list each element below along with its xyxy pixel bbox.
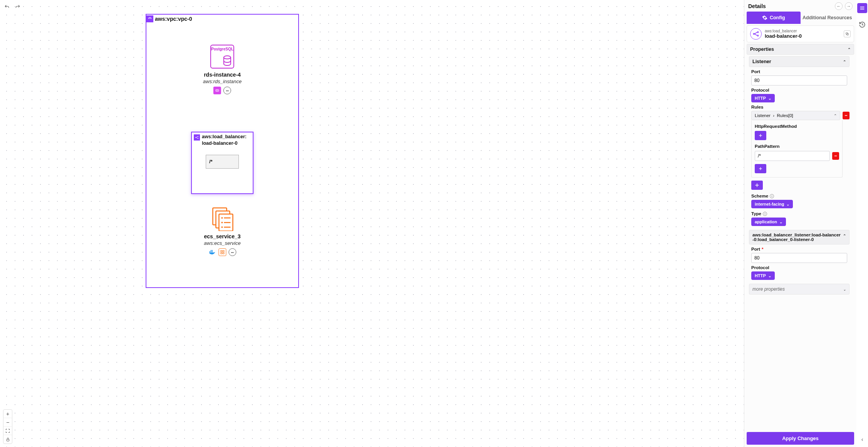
svg-rect-22 xyxy=(221,251,222,252)
tab-config[interactable]: Config xyxy=(747,12,801,24)
http-request-method-label: HttpRequestMethod xyxy=(755,124,839,129)
vpc-label: aws:vpc:vpc-0 xyxy=(153,16,192,22)
rules-label: Rules xyxy=(751,105,852,109)
listener-res-port-label: Port * xyxy=(751,247,852,251)
chevron-down-icon: ⌄ xyxy=(768,274,771,278)
svg-rect-19 xyxy=(212,251,212,252)
add-rule-button[interactable] xyxy=(751,181,763,190)
load-balancer-title: aws:load_balancer: load-balancer-0 xyxy=(200,134,247,147)
svg-point-6 xyxy=(198,136,198,137)
svg-point-28 xyxy=(757,35,759,36)
svg-rect-21 xyxy=(212,250,212,251)
chevron-up-icon: ⌃ xyxy=(848,47,851,52)
svg-rect-18 xyxy=(210,251,211,252)
info-icon[interactable]: i xyxy=(770,194,774,198)
vpc-container[interactable]: aws:vpc:vpc-0 PostgreSQL rds-instance-4 … xyxy=(146,14,299,288)
svg-point-5 xyxy=(195,137,196,138)
ecs-sub-icon-2[interactable] xyxy=(218,248,226,256)
details-title: Details xyxy=(748,3,766,9)
rds-type: aws:rds_instance xyxy=(203,79,242,84)
listener-protocol-label: Protocol xyxy=(751,88,852,92)
more-properties-toggle[interactable]: more properties ⌄ xyxy=(749,284,850,295)
svg-rect-0 xyxy=(7,439,9,441)
rule-breadcrumb[interactable]: Listener › Rules[0] ⌃ xyxy=(751,111,840,120)
copy-id-button[interactable] xyxy=(844,30,851,37)
load-balancer-node[interactable]: aws:load_balancer: load-balancer-0 /* xyxy=(191,132,254,194)
rds-node[interactable]: PostgreSQL rds-instance-4 aws:rds_instan… xyxy=(203,45,242,94)
lock-button[interactable] xyxy=(3,435,12,444)
svg-rect-31 xyxy=(845,115,848,116)
path-pattern-label: PathPattern xyxy=(755,144,839,149)
load-balancer-icon xyxy=(194,134,200,141)
selected-type: aws:load_balancer xyxy=(765,29,841,33)
svg-point-13 xyxy=(221,222,223,223)
ecs-name: ecs_service_3 xyxy=(204,233,240,239)
svg-point-1 xyxy=(224,56,231,59)
rds-sub-icon-1[interactable] xyxy=(213,87,221,94)
chevron-down-icon: ⌄ xyxy=(786,202,789,206)
rds-engine-label: PostgreSQL xyxy=(211,47,233,51)
path-pattern-input[interactable] xyxy=(755,151,830,161)
rds-more-button[interactable]: ••• xyxy=(223,87,231,94)
collapse-panel-button[interactable]: ‹ xyxy=(858,435,866,443)
svg-point-26 xyxy=(753,33,754,35)
rds-name: rds-instance-4 xyxy=(203,72,242,78)
remove-path-pattern-button[interactable] xyxy=(832,152,839,160)
svg-rect-25 xyxy=(223,253,224,254)
tab-additional-resources[interactable]: Additional Resources xyxy=(801,12,855,24)
undo-button[interactable] xyxy=(3,3,11,11)
properties-header[interactable]: Properties ⌃ xyxy=(747,44,854,55)
chevron-up-icon: ⌃ xyxy=(843,60,846,64)
vpc-icon xyxy=(146,15,153,22)
selected-resource-row: aws:load_balancer load-balancer-0 xyxy=(747,25,854,42)
listener-header[interactable]: Listener ⌃ xyxy=(749,56,850,67)
redo-button[interactable] xyxy=(14,3,22,11)
zoom-out-button[interactable]: − xyxy=(3,418,12,427)
chevron-down-icon: ⌄ xyxy=(843,287,846,291)
type-select[interactable]: application⌄ xyxy=(751,218,786,226)
svg-rect-24 xyxy=(221,253,222,254)
svg-rect-17 xyxy=(209,251,210,252)
scheme-select[interactable]: internet-facing⌄ xyxy=(751,200,793,208)
next-resource-button[interactable]: → xyxy=(845,2,853,10)
details-panel: Details ← → Config Additional Resources … xyxy=(744,0,856,447)
ecs-icon xyxy=(211,206,233,231)
history-button[interactable] xyxy=(858,21,866,28)
scheme-label: Schemei xyxy=(751,194,852,198)
canvas-area[interactable]: + − aws:vpc:vpc-0 PostgreSQL xyxy=(0,0,744,447)
docker-icon[interactable] xyxy=(208,248,216,256)
load-balancer-pattern[interactable]: /* xyxy=(206,155,239,169)
add-path-pattern-button[interactable] xyxy=(755,164,766,173)
listener-resource-header[interactable]: aws:load_balancer_listener:load-balancer… xyxy=(749,230,850,244)
listener-res-port-input[interactable] xyxy=(751,253,847,263)
right-rail: ‹ xyxy=(856,0,868,447)
svg-point-15 xyxy=(221,226,223,228)
chevron-up-icon: ⌃ xyxy=(834,114,837,118)
listener-res-protocol-select[interactable]: HTTP⌄ xyxy=(751,271,775,280)
chevron-down-icon: ⌄ xyxy=(779,220,782,224)
svg-rect-20 xyxy=(210,250,211,251)
svg-point-3 xyxy=(217,90,217,91)
ecs-more-button[interactable]: ••• xyxy=(228,248,236,256)
listener-port-input[interactable] xyxy=(751,75,847,85)
type-label: Typei xyxy=(751,211,852,216)
apply-changes-button[interactable]: Apply Changes xyxy=(747,432,854,445)
selected-resource-icon xyxy=(750,28,762,40)
listener-res-protocol-label: Protocol xyxy=(751,265,852,270)
fit-view-button[interactable] xyxy=(3,427,12,435)
info-icon[interactable]: i xyxy=(763,212,767,216)
ecs-type: aws:ecs_service xyxy=(204,240,240,246)
menu-button[interactable] xyxy=(857,3,867,13)
remove-rule-button[interactable] xyxy=(843,112,850,119)
svg-point-27 xyxy=(757,32,759,33)
prev-resource-button[interactable]: ← xyxy=(835,2,843,10)
svg-rect-32 xyxy=(834,156,837,156)
chevron-up-icon: ⌃ xyxy=(843,234,846,238)
add-http-method-button[interactable] xyxy=(755,131,766,140)
listener-protocol-select[interactable]: HTTP⌄ xyxy=(751,94,775,102)
svg-point-4 xyxy=(218,90,218,91)
chevron-down-icon: ⌄ xyxy=(768,96,771,100)
zoom-in-button[interactable]: + xyxy=(3,410,12,418)
selected-name: load-balancer-0 xyxy=(765,33,841,39)
ecs-node[interactable]: ecs_service_3 aws:ecs_service ••• xyxy=(204,206,240,256)
